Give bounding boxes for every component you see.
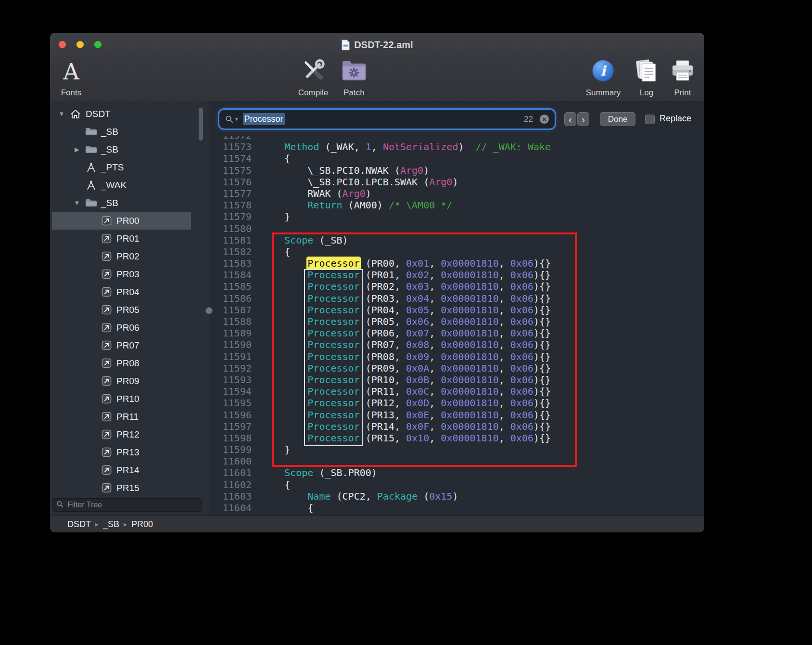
zoom-button[interactable] <box>94 41 102 48</box>
code-text: { <box>261 246 290 258</box>
breadcrumb-item[interactable]: _SB <box>103 519 119 529</box>
replace-label: Replace <box>660 114 691 124</box>
tree-item-pr06[interactable]: PR06 <box>52 319 191 336</box>
log-button[interactable]: Log <box>634 57 659 98</box>
replace-checkbox[interactable] <box>645 115 655 124</box>
patch-folder-gear-icon <box>341 60 367 84</box>
tree-item-_sb[interactable]: ▶_SB <box>52 141 191 158</box>
find-previous-button[interactable]: ‹ <box>564 112 576 126</box>
close-button[interactable] <box>59 41 66 48</box>
scope-icon <box>99 376 114 386</box>
filter-field[interactable] <box>52 498 202 512</box>
code-line: 11602 { <box>209 479 704 490</box>
tree-item-label: PR11 <box>116 412 139 422</box>
editor-pane: 1157211573 Method (_WAK, 1, NotSerialize… <box>209 101 704 516</box>
minimize-button[interactable] <box>76 41 84 48</box>
tree-item-label: _WAK <box>101 180 127 191</box>
scope-icon <box>99 465 114 475</box>
code-line: 11603 Name (CPC2, Package (0x15) <box>209 490 704 502</box>
tree-item-pr13[interactable]: PR13 <box>52 443 191 461</box>
filter-input[interactable] <box>66 500 198 510</box>
search-icon[interactable] <box>225 115 233 123</box>
code-text: RWAK (Arg0) <box>261 188 371 199</box>
fonts-button[interactable]: A Fonts <box>61 57 82 98</box>
code-text: } <box>261 211 290 222</box>
document-icon <box>341 39 350 51</box>
line-number: 11580 <box>209 223 252 234</box>
code-text: Processor (PR03, 0x04, 0x00001810, 0x06)… <box>261 293 551 304</box>
code-text: Processor (PR15, 0x10, 0x00001810, 0x06)… <box>261 432 551 444</box>
fonts-icon: A <box>63 61 79 83</box>
tree-item-label: PR08 <box>116 358 140 369</box>
tree-item-pr02[interactable]: PR02 <box>52 247 191 265</box>
tree-item-pr05[interactable]: PR05 <box>52 301 191 319</box>
line-number: 11593 <box>209 374 252 386</box>
tree-item-pr04[interactable]: PR04 <box>52 283 191 301</box>
search-input[interactable]: ▾ Processor 22 × <box>219 110 555 129</box>
code-line: 11592 Processor (PR09, 0x0A, 0x00001810,… <box>209 362 704 374</box>
splitter-handle[interactable] <box>205 307 213 314</box>
tree-item-pr11[interactable]: PR11 <box>52 408 191 426</box>
line-number: 11598 <box>209 432 252 444</box>
sidebar-scrollbar-thumb[interactable] <box>199 108 203 141</box>
code-text: Return (AM00) /* \AM00 */ <box>261 199 452 211</box>
search-menu-chevron-icon[interactable]: ▾ <box>235 116 238 122</box>
tree-item-_sb[interactable]: ▼_SB <box>52 194 191 212</box>
scope-icon <box>99 233 114 244</box>
code-text: Processor (PR04, 0x05, 0x00001810, 0x06)… <box>261 304 551 316</box>
tree-item-label: PR12 <box>116 429 140 440</box>
code-line: 11587 Processor (PR04, 0x05, 0x00001810,… <box>209 304 704 316</box>
code-text: Processor (PR09, 0x0A, 0x00001810, 0x06)… <box>261 362 551 374</box>
code-text: Processor (PR14, 0x0F, 0x00001810, 0x06)… <box>261 421 551 432</box>
tree-item-label: PR03 <box>116 269 140 280</box>
code-line: 11600 <box>209 455 704 467</box>
tree-item-label: PR13 <box>116 447 140 458</box>
tree-item-_pts[interactable]: _PTS <box>52 158 191 176</box>
tree-item-dsdt[interactable]: ▼DSDT <box>52 105 191 123</box>
tree-item-label: PR01 <box>116 233 140 244</box>
code-lines: 1157211573 Method (_WAK, 1, NotSerialize… <box>209 129 704 514</box>
tree-item-pr15[interactable]: PR15 <box>52 479 191 497</box>
tree-item-_sb[interactable]: _SB <box>52 123 191 141</box>
tree-item-pr00[interactable]: PR00 <box>52 212 191 230</box>
done-button[interactable]: Done <box>600 112 635 126</box>
tree-item-pr03[interactable]: PR03 <box>52 265 191 283</box>
summary-button[interactable]: i Summary <box>586 57 621 98</box>
code-line: 11586 Processor (PR03, 0x04, 0x00001810,… <box>209 293 704 304</box>
line-number: 11599 <box>209 444 252 455</box>
breadcrumb-item[interactable]: PR00 <box>131 519 153 529</box>
disclosure-open-icon[interactable]: ▼ <box>70 199 84 206</box>
tree-item-pr07[interactable]: PR07 <box>52 336 191 354</box>
patch-button[interactable]: Patch <box>341 57 367 98</box>
code-line: 11580 <box>209 223 704 234</box>
window-title: DSDT-22.aml <box>354 39 413 51</box>
compile-button[interactable]: Compile <box>298 57 328 98</box>
tree-item-pr08[interactable]: PR08 <box>52 354 191 372</box>
clear-search-button[interactable]: × <box>540 115 549 124</box>
code-line: 11589 Processor (PR06, 0x07, 0x00001810,… <box>209 327 704 339</box>
tree-item-label: PR06 <box>116 322 140 333</box>
tree-item-pr09[interactable]: PR09 <box>52 372 191 390</box>
line-number: 11575 <box>209 165 252 176</box>
tree-item-pr01[interactable]: PR01 <box>52 230 191 247</box>
print-label: Print <box>674 88 691 98</box>
tree-item-label: _SB <box>101 198 118 208</box>
disclosure-closed-icon[interactable]: ▶ <box>70 146 84 153</box>
status-bar: DSDT▸_SB▸PR00 <box>50 516 704 532</box>
patch-label: Patch <box>343 88 364 98</box>
code-area[interactable]: 1157211573 Method (_WAK, 1, NotSerialize… <box>209 101 704 516</box>
breadcrumb-item[interactable]: DSDT <box>67 519 91 529</box>
find-next-button[interactable]: › <box>577 112 589 126</box>
line-number: 11587 <box>209 304 252 316</box>
print-button[interactable]: Print <box>671 57 695 98</box>
tree-item-pr12[interactable]: PR12 <box>52 426 191 443</box>
code-line: 11584 Processor (PR01, 0x02, 0x00001810,… <box>209 269 704 281</box>
tree-item-pr10[interactable]: PR10 <box>52 390 191 408</box>
tree-item-pr14[interactable]: PR14 <box>52 461 191 479</box>
tree-item-_wak[interactable]: _WAK <box>52 176 191 194</box>
code-text: Scope (_SB.PR00) <box>261 467 377 478</box>
disclosure-open-icon[interactable]: ▼ <box>55 110 68 117</box>
code-line: 11585 Processor (PR02, 0x03, 0x00001810,… <box>209 281 704 292</box>
line-number: 11590 <box>209 339 252 350</box>
breadcrumb-separator: ▸ <box>124 520 127 528</box>
